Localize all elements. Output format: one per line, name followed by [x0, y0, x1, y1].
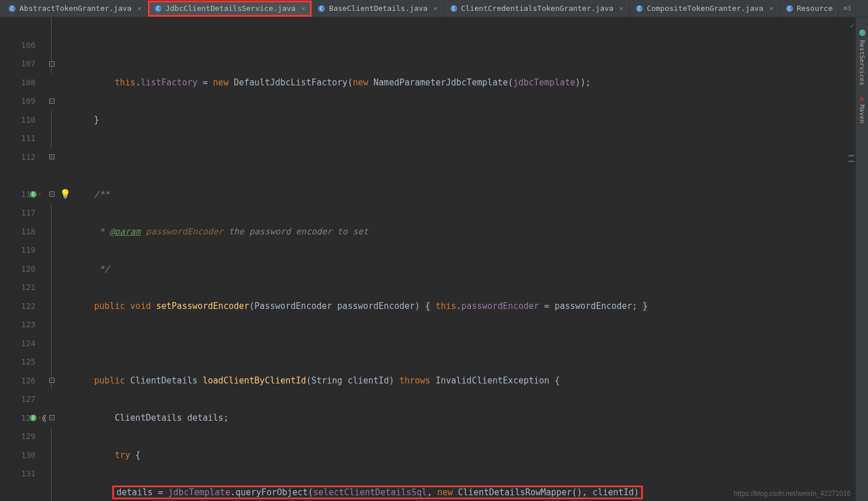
line-number: 131 [0, 464, 36, 483]
line-number: 106 [0, 36, 36, 55]
java-class-icon: C [154, 5, 162, 13]
line-number: 124 [0, 334, 36, 353]
svg-text:C: C [320, 6, 323, 11]
line-number-gutter: 106 107 108 109 110 111 112 116O↑ 117 11… [0, 17, 46, 501]
close-icon[interactable]: × [619, 5, 623, 13]
tab-resource[interactable]: C Resource [780, 1, 839, 17]
java-class-icon: C [785, 5, 794, 13]
tab-label: CompositeTokenGranter.java [647, 4, 764, 13]
line-number: 119 [0, 241, 36, 260]
right-tool-bar: ⬤ RestServices m Maven [855, 17, 868, 501]
fold-toggle-icon[interactable]: − [49, 191, 54, 197]
svg-text:C: C [788, 6, 791, 11]
line-number: 117 [0, 203, 36, 222]
svg-text:C: C [452, 6, 455, 11]
intention-gutter: 💡 [57, 17, 73, 501]
line-number: 108 [0, 73, 36, 92]
line-number: 116O↑ [0, 185, 36, 204]
tab-composite-token-granter[interactable]: C CompositeTokenGranter.java × [630, 1, 780, 17]
line-number: 111 [0, 129, 36, 148]
tab-base-client-details[interactable]: C BaseClientDetails.java × [312, 1, 443, 17]
fold-toggle-icon[interactable]: − [49, 415, 54, 420]
check-icon: ✓ [850, 22, 854, 30]
tab-label: AbstractTokenGranter.java [19, 4, 132, 13]
tab-label: Resource [797, 4, 833, 13]
line-number: 109 [0, 92, 36, 111]
svg-text:C: C [156, 6, 159, 11]
line-number: 129 [0, 427, 36, 446]
line-number: 112 [0, 148, 36, 167]
highlighted-code: details = jdbcTemplate.queryForObject(se… [112, 486, 643, 499]
stripe-marker[interactable] [849, 155, 854, 156]
line-number: 123 [0, 315, 36, 334]
line-number: 126 [0, 371, 36, 390]
line-number: 122 [0, 297, 36, 316]
java-class-icon: C [635, 5, 643, 13]
code-editor[interactable]: this.listFactory = new DefaultJdbcListFa… [73, 17, 868, 501]
watermark-url: https://blog.csdn.net/weixin_42271016 [734, 490, 851, 498]
line-number [0, 17, 36, 36]
rest-services-tool[interactable]: ⬤ RestServices [858, 29, 866, 85]
override-icon[interactable]: O [30, 414, 37, 421]
close-icon[interactable]: × [138, 5, 142, 13]
arrow-up-icon: ↑ [38, 185, 42, 204]
arrow-up-icon: ↑ [38, 409, 42, 428]
tab-label: ClientCredentialsTokenGranter.java [461, 4, 614, 13]
line-number: 130 [0, 446, 36, 465]
override-icon[interactable]: O [30, 191, 37, 198]
tab-abstract-token-granter[interactable]: C AbstractTokenGranter.java × [2, 1, 148, 17]
stripe-marker[interactable] [849, 161, 854, 162]
close-icon[interactable]: × [301, 5, 305, 13]
line-number: 121 [0, 278, 36, 297]
fold-end-icon[interactable]: − [49, 378, 54, 383]
editor-container: 106 107 108 109 110 111 112 116O↑ 117 11… [0, 17, 868, 501]
line-number: 118 [0, 222, 36, 241]
line-number [0, 483, 36, 502]
java-class-icon: C [8, 5, 16, 13]
close-icon[interactable]: × [769, 5, 773, 13]
tab-jdbc-client-details-service[interactable]: C JdbcClientDetailsService.java × [148, 1, 312, 17]
line-number [0, 166, 36, 185]
error-stripe[interactable]: ✓ [847, 17, 855, 501]
close-icon[interactable]: × [433, 5, 437, 13]
svg-text:C: C [638, 6, 641, 11]
svg-text:C: C [10, 6, 13, 11]
line-number: 107 [0, 54, 36, 73]
fold-toggle-icon[interactable]: + [49, 154, 54, 159]
fold-end-icon[interactable]: − [49, 61, 54, 66]
tab-client-credentials-token-granter[interactable]: C ClientCredentialsTokenGranter.java × [444, 1, 630, 17]
tab-list-dropdown[interactable]: ≡3 [839, 5, 855, 12]
lightbulb-icon[interactable]: 💡 [60, 189, 71, 199]
fold-toggle-icon[interactable]: − [49, 99, 54, 104]
line-number: 120 [0, 260, 36, 279]
line-number: 110 [0, 111, 36, 130]
line-number: 127 [0, 390, 36, 409]
editor-tabs: C AbstractTokenGranter.java × C JdbcClie… [0, 0, 868, 17]
line-number: 125 [0, 353, 36, 371]
java-class-icon: C [317, 5, 325, 13]
fold-gutter: − − + − − − [46, 17, 57, 501]
tab-label: BaseClientDetails.java [329, 4, 427, 13]
maven-tool[interactable]: m Maven [858, 97, 866, 123]
java-class-icon: C [450, 5, 458, 13]
tab-label: JdbcClientDetailsService.java [166, 4, 296, 13]
line-number: 128O↑@ [0, 409, 36, 428]
